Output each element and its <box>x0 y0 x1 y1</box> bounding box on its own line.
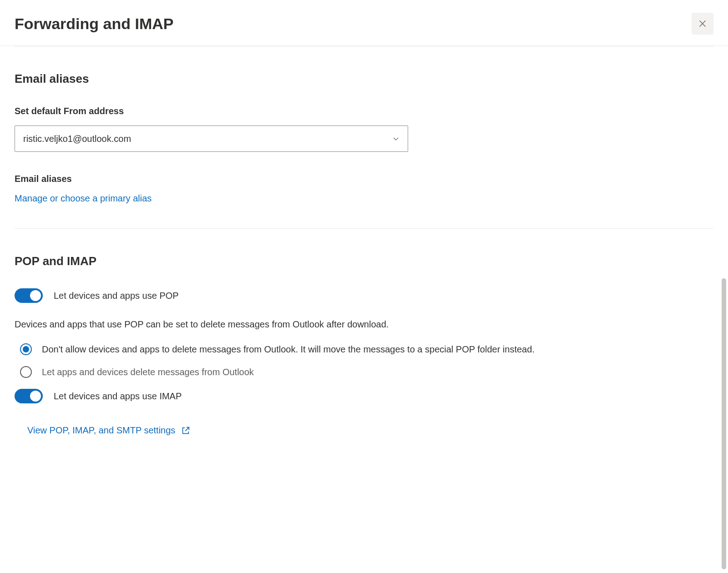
radio-row-allow: Let apps and devices delete messages fro… <box>20 366 713 378</box>
close-button[interactable] <box>692 13 713 35</box>
imap-toggle-row: Let devices and apps use IMAP <box>15 389 713 403</box>
email-aliases-label: Email aliases <box>15 174 713 184</box>
pop-toggle[interactable] <box>15 288 43 303</box>
radio-allow-label: Let apps and devices delete messages fro… <box>42 367 254 377</box>
pop-imap-section: POP and IMAP Let devices and apps use PO… <box>15 229 713 460</box>
pop-description: Devices and apps that use POP can be set… <box>15 319 713 330</box>
email-aliases-section: Email aliases Set default From address r… <box>15 46 713 229</box>
section-title-aliases: Email aliases <box>15 72 713 86</box>
default-from-label: Set default From address <box>15 106 713 116</box>
content-area: Email aliases Set default From address r… <box>0 46 728 460</box>
page-title: Forwarding and IMAP <box>15 15 173 33</box>
selected-email-value: ristic.veljko1@outlook.com <box>23 134 131 144</box>
default-from-select-wrapper: ristic.veljko1@outlook.com <box>15 126 408 152</box>
pop-delete-radio-group: Don't allow devices and apps to delete m… <box>20 343 713 378</box>
close-icon <box>698 19 708 29</box>
view-settings-link-row: View POP, IMAP, and SMTP settings <box>27 425 713 436</box>
external-link-icon <box>181 426 191 436</box>
pop-toggle-row: Let devices and apps use POP <box>15 288 713 303</box>
manage-alias-link[interactable]: Manage or choose a primary alias <box>15 193 152 203</box>
radio-row-dont-allow: Don't allow devices and apps to delete m… <box>20 343 713 355</box>
radio-dont-allow-delete[interactable] <box>20 343 32 355</box>
view-pop-imap-smtp-link[interactable]: View POP, IMAP, and SMTP settings <box>27 425 175 436</box>
radio-allow-delete[interactable] <box>20 366 32 378</box>
dialog-header: Forwarding and IMAP <box>0 0 728 46</box>
imap-toggle-label: Let devices and apps use IMAP <box>54 391 182 402</box>
section-title-pop-imap: POP and IMAP <box>15 254 713 268</box>
radio-dont-allow-label: Don't allow devices and apps to delete m… <box>42 344 535 355</box>
chevron-down-icon <box>392 135 399 142</box>
pop-toggle-label: Let devices and apps use POP <box>54 291 179 301</box>
default-from-select[interactable]: ristic.veljko1@outlook.com <box>15 126 408 152</box>
scrollbar-thumb[interactable] <box>722 278 726 569</box>
imap-toggle[interactable] <box>15 389 43 403</box>
